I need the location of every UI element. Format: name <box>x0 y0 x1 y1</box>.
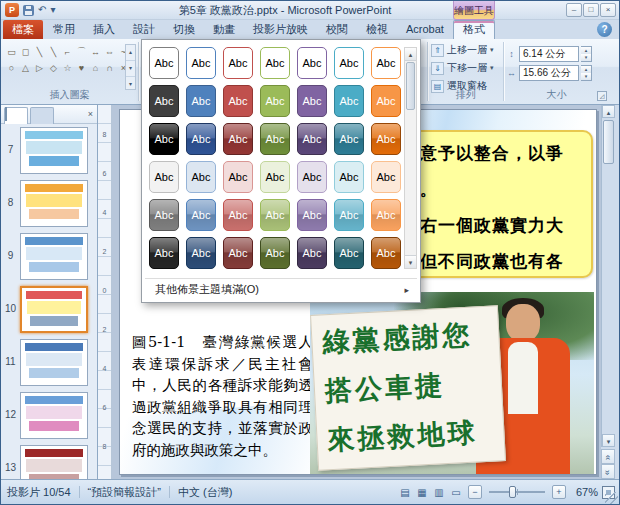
shape-style-swatch[interactable]: Abc <box>149 47 179 79</box>
qat-dropdown-icon[interactable]: ▾ <box>50 3 55 17</box>
shape-icon[interactable]: ▷ <box>33 60 46 75</box>
shape-style-swatch[interactable]: Abc <box>371 199 401 231</box>
shape-height-input[interactable]: 6.14 公分 <box>519 46 579 62</box>
scroll-down-icon[interactable]: ▾ <box>126 61 135 77</box>
shape-icon[interactable]: ↔ <box>89 44 102 59</box>
tab-transitions[interactable]: 切換 <box>164 20 204 39</box>
shape-style-swatch[interactable]: Abc <box>223 85 253 117</box>
tab-format[interactable]: 格式 <box>453 20 495 39</box>
tab-review[interactable]: 校閱 <box>317 20 357 39</box>
tab-home[interactable]: 常用 <box>44 20 84 39</box>
slide-thumbnail-10[interactable] <box>20 286 88 333</box>
shape-icon[interactable]: ⌒ <box>75 44 88 59</box>
zoom-slider[interactable] <box>489 491 545 493</box>
shape-style-swatch[interactable]: Abc <box>297 85 327 117</box>
shape-icon[interactable]: ☆ <box>61 60 74 75</box>
scrollbar-thumb[interactable] <box>603 120 614 164</box>
shape-style-swatch[interactable]: Abc <box>297 47 327 79</box>
tab-design[interactable]: 設計 <box>124 20 164 39</box>
shape-style-swatch[interactable]: Abc <box>297 123 327 155</box>
shape-style-swatch[interactable]: Abc <box>223 199 253 231</box>
shape-style-swatch[interactable]: Abc <box>371 161 401 193</box>
shape-style-swatch[interactable]: Abc <box>149 199 179 231</box>
editor-scrollbar[interactable]: ▴ ▾ <box>601 105 615 447</box>
shape-icon[interactable]: ♥ <box>75 60 88 75</box>
previous-slide-button[interactable]: « <box>601 449 615 464</box>
scroll-down-icon[interactable]: ▾ <box>405 255 416 268</box>
shape-style-swatch[interactable]: Abc <box>186 161 216 193</box>
shape-style-swatch[interactable]: Abc <box>186 237 216 269</box>
maximize-button[interactable]: □ <box>583 3 599 17</box>
shape-icon[interactable]: △ <box>19 60 32 75</box>
shape-style-swatch[interactable]: Abc <box>297 161 327 193</box>
shape-icon[interactable]: ∩ <box>103 60 116 75</box>
spin-up-icon[interactable]: ▴ <box>581 66 591 73</box>
resize-grip[interactable] <box>605 492 618 505</box>
slideshow-view-icon[interactable]: ▭ <box>448 485 464 500</box>
shape-style-swatch[interactable]: Abc <box>149 237 179 269</box>
shape-height-spinner[interactable]: ▴ ▾ <box>581 46 592 62</box>
spin-up-icon[interactable]: ▴ <box>581 47 591 54</box>
shape-style-swatch[interactable]: Abc <box>186 47 216 79</box>
shape-style-swatch[interactable]: Abc <box>297 237 327 269</box>
shape-style-swatch[interactable]: Abc <box>334 237 364 269</box>
slide-thumbnail-13[interactable] <box>20 445 88 479</box>
zoom-out-button[interactable]: − <box>468 485 482 499</box>
shape-icon[interactable]: ◇ <box>47 60 60 75</box>
send-backward-button[interactable]: ⇓ 下移一層 ▾ <box>431 60 494 76</box>
help-button[interactable]: ? <box>597 22 612 37</box>
shape-width-input[interactable]: 15.66 公分 <box>519 65 579 81</box>
shape-style-swatch[interactable]: Abc <box>334 47 364 79</box>
shape-style-swatch[interactable]: Abc <box>371 123 401 155</box>
scroll-down-icon[interactable]: ▾ <box>602 434 615 447</box>
close-panel-icon[interactable]: × <box>88 108 93 121</box>
shape-icon[interactable]: ╲ <box>33 44 46 59</box>
shape-icon[interactable]: ⇔ <box>103 44 116 59</box>
tab-slides[interactable] <box>4 107 28 124</box>
shape-style-swatch[interactable]: Abc <box>260 123 290 155</box>
normal-view-icon[interactable]: ▤ <box>397 485 413 500</box>
shape-style-swatch[interactable]: Abc <box>149 123 179 155</box>
shape-style-swatch[interactable]: Abc <box>334 161 364 193</box>
other-theme-fills-item[interactable]: 其他佈景主題填滿(O) ▸ <box>145 278 417 299</box>
shape-style-swatch[interactable]: Abc <box>260 161 290 193</box>
shape-style-swatch[interactable]: Abc <box>223 123 253 155</box>
tab-file[interactable]: 檔案 <box>3 20 43 39</box>
shape-style-swatch[interactable]: Abc <box>223 237 253 269</box>
shape-style-swatch[interactable]: Abc <box>186 123 216 155</box>
theme-name[interactable]: “預設簡報設計” <box>88 485 161 500</box>
shape-icon[interactable]: ╲ <box>47 44 60 59</box>
tab-view[interactable]: 檢視 <box>357 20 397 39</box>
bring-forward-button[interactable]: ⇑ 上移一層 ▾ <box>431 42 494 58</box>
reading-view-icon[interactable]: ▥ <box>431 485 447 500</box>
shape-style-swatch[interactable]: Abc <box>260 237 290 269</box>
slide-body-text[interactable]: 圖5-1-1 臺灣綠黨候選人表達環保訴求／民主社會中，人民的各種訴求能夠透過政黨… <box>132 332 313 461</box>
undo-icon[interactable]: ↶ <box>38 3 46 17</box>
chevron-down-icon[interactable]: ▾ <box>490 46 494 54</box>
tab-animations[interactable]: 動畫 <box>204 20 244 39</box>
zoom-slider-thumb[interactable] <box>509 486 516 498</box>
shape-width-spinner[interactable]: ▴ ▾ <box>581 65 592 81</box>
slide-sorter-icon[interactable]: ▦ <box>414 485 430 500</box>
next-slide-button[interactable]: « <box>601 464 615 479</box>
shape-style-swatch[interactable]: Abc <box>223 47 253 79</box>
shape-style-swatch[interactable]: Abc <box>334 199 364 231</box>
tab-outline[interactable] <box>30 107 54 124</box>
insert-shapes-scrollbar[interactable]: ▴ ▾ ▾ <box>125 44 136 90</box>
shape-style-swatch[interactable]: Abc <box>260 199 290 231</box>
save-icon[interactable] <box>23 5 34 16</box>
shape-style-swatch[interactable]: Abc <box>260 85 290 117</box>
shape-style-swatch[interactable]: Abc <box>260 47 290 79</box>
gallery-scrollbar[interactable]: ▴ ▾ <box>404 47 417 269</box>
spin-down-icon[interactable]: ▾ <box>581 54 591 61</box>
shape-style-swatch[interactable]: Abc <box>371 237 401 269</box>
scroll-up-icon[interactable]: ▴ <box>602 105 615 118</box>
shape-style-swatch[interactable]: Abc <box>149 85 179 117</box>
powerpoint-app-icon[interactable]: P <box>5 3 19 17</box>
shape-style-swatch[interactable]: Abc <box>371 85 401 117</box>
minimize-button[interactable]: – <box>566 3 582 17</box>
language-indicator[interactable]: 中文 (台灣) <box>178 485 232 500</box>
shape-icon[interactable]: ⌂ <box>89 60 102 75</box>
tab-acrobat[interactable]: Acrobat <box>397 20 453 39</box>
shape-style-swatch[interactable]: Abc <box>186 85 216 117</box>
